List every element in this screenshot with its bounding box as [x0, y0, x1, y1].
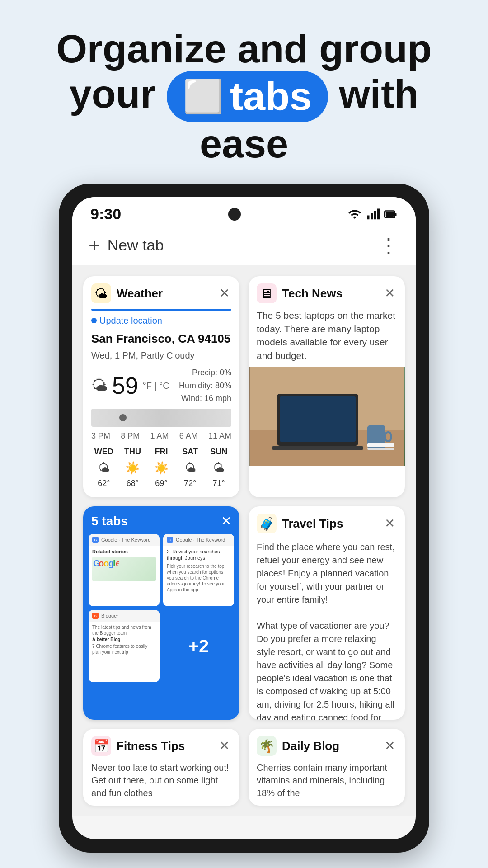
fitness-card-header: 📅 Fitness Tips ✕: [83, 729, 239, 761]
google-logo-mini: G o o g l e: [92, 557, 119, 570]
forecast-sat: SAT 🌤 72°: [178, 446, 203, 489]
tech-close-button[interactable]: ✕: [383, 285, 397, 302]
svg-rect-6: [386, 212, 394, 217]
travel-card-header: 🧳 Travel Tips ✕: [249, 506, 405, 539]
tabs-grid: 🌤 Weather ✕ Update location San Francisc…: [72, 265, 416, 816]
plus-count-tile[interactable]: +2: [163, 610, 234, 682]
forecast-row: WED 🌤 62° THU ☀️ 68° FRI ☀️: [91, 446, 231, 489]
tabs-group-close-button[interactable]: ✕: [221, 514, 231, 528]
weather-timeline: [91, 409, 231, 427]
timeline-marker: [119, 414, 127, 421]
svg-rect-2: [374, 211, 376, 219]
phone-screen: 9:30 + New tab ⋮: [72, 197, 416, 839]
svg-text:e: e: [116, 558, 119, 568]
update-location-label: Update location: [99, 314, 162, 327]
status-time: 9:30: [90, 205, 121, 223]
forecast-thu: THU ☀️ 68°: [120, 446, 145, 489]
battery-icon: [384, 208, 398, 221]
weather-title-area: 🌤 Weather: [91, 283, 163, 303]
overflow-menu-button[interactable]: ⋮: [379, 234, 399, 257]
mini-tab-1-header: G Google · The Keyword: [89, 534, 160, 546]
tech-card-header: 🖥 Tech News ✕: [249, 276, 405, 309]
weather-close-button[interactable]: ✕: [217, 285, 231, 302]
mini-tab-3-content: The latest tips and news from the Blogge…: [89, 622, 160, 658]
plus-icon: +: [89, 234, 100, 257]
time-4: 6 AM: [179, 430, 198, 442]
mini-tab-1-url: Google · The Keyword: [101, 537, 156, 542]
new-tab-button[interactable]: + New tab: [89, 234, 164, 257]
update-location[interactable]: Update location: [91, 314, 231, 327]
daily-blog-tab-card[interactable]: 🌴 Daily Blog ✕ Cherries contain many imp…: [249, 729, 405, 806]
weather-tab-card[interactable]: 🌤 Weather ✕ Update location San Francisc…: [83, 276, 239, 497]
blog-card-title: Daily Blog: [282, 739, 339, 753]
weather-times: 3 PM 8 PM 1 AM 6 AM 11 AM: [91, 430, 231, 442]
forecast-wed: WED 🌤 62°: [91, 446, 117, 489]
location-dot-icon: [91, 318, 97, 323]
hero-section: Organize and group your ⬜ tabs with ease: [0, 0, 488, 184]
time-2: 8 PM: [121, 430, 140, 442]
blog-icon: 🌴: [257, 736, 277, 756]
travel-tips-tab-card[interactable]: 🧳 Travel Tips ✕ Find the place where you…: [249, 506, 405, 720]
weather-card-content: Update location San Francisco, CA 94105 …: [83, 314, 239, 497]
tech-card-title: Tech News: [282, 287, 343, 301]
blog-card-text: Cherries contain many important vitamins…: [249, 761, 405, 806]
travel-card-text: Find the place where you can rest, refue…: [249, 539, 405, 720]
tabs-badge-label: tabs: [230, 75, 312, 118]
weather-icon: 🌤: [91, 283, 111, 303]
mini-tab-1[interactable]: G Google · The Keyword Related stories G…: [89, 534, 160, 606]
weather-wind: Wind: 16 mph: [179, 392, 231, 405]
tabs-group-grid: G Google · The Keyword Related stories G…: [83, 534, 239, 689]
weather-desc: Wed, 1 PM, Partly Cloudy: [91, 349, 231, 362]
status-icons: [348, 208, 398, 221]
weather-temp: 🌤 59 °F | °C: [91, 369, 169, 402]
svg-rect-3: [377, 208, 380, 219]
travel-card-title: Travel Tips: [282, 517, 343, 531]
phone-mockup: 9:30 + New tab ⋮: [59, 184, 429, 853]
travel-title-area: 🧳 Travel Tips: [257, 514, 343, 533]
signal-icon: [366, 208, 380, 221]
wifi-icon: [348, 208, 361, 221]
mini-tab-1-content: Related stories G o o g l: [89, 546, 160, 584]
status-bar: 9:30: [72, 197, 416, 227]
weather-temp-row: 🌤 59 °F | °C Precip: 0% Humidity: 80% Wi…: [91, 366, 231, 405]
tabs-group-header: 5 tabs ✕: [83, 506, 239, 534]
fitness-close-button[interactable]: ✕: [217, 738, 231, 754]
svg-text:l: l: [113, 558, 116, 568]
tech-card-text: The 5 best laptops on the market today. …: [249, 309, 405, 367]
weather-card-header: 🌤 Weather ✕: [83, 276, 239, 309]
svg-rect-5: [395, 213, 397, 216]
fitness-card-text: Never too late to start working out! Get…: [83, 761, 239, 806]
travel-close-button[interactable]: ✕: [383, 515, 397, 532]
mini-tab-2-favicon: G: [167, 537, 173, 543]
blog-close-button[interactable]: ✕: [383, 738, 397, 754]
tabs-group-card[interactable]: 5 tabs ✕ G Google · The Keyword Related …: [83, 506, 239, 720]
tech-news-tab-card[interactable]: 🖥 Tech News ✕ The 5 best laptops on the …: [249, 276, 405, 497]
tech-title-area: 🖥 Tech News: [257, 283, 343, 303]
hero-line2-prefix: your: [70, 71, 156, 116]
chrome-bar: + New tab ⋮: [72, 227, 416, 265]
fitness-card-title: Fitness Tips: [117, 739, 185, 753]
time-3: 1 AM: [150, 430, 169, 442]
phone-wrapper: 9:30 + New tab ⋮: [0, 184, 488, 868]
tab-badge-icon: ⬜: [183, 79, 224, 114]
blog-card-header: 🌴 Daily Blog ✕: [249, 729, 405, 761]
tech-icon: 🖥: [257, 283, 277, 303]
weather-details: Precip: 0% Humidity: 80% Wind: 16 mph: [179, 366, 231, 405]
weather-card-title: Weather: [117, 287, 163, 301]
svg-rect-11: [272, 446, 363, 450]
mini-tab-3-url: Blogger: [101, 613, 156, 618]
svg-rect-15: [367, 448, 394, 450]
new-tab-label: New tab: [108, 236, 164, 254]
mini-tab-3-header: B Blogger: [89, 610, 160, 622]
svg-rect-10: [280, 396, 356, 442]
mini-tab-2[interactable]: G Google · The Keyword 2. Revisit your s…: [163, 534, 234, 606]
time-5: 11 AM: [208, 430, 231, 442]
mini-tab-3-favicon: B: [92, 613, 99, 619]
mini-tab-3[interactable]: B Blogger The latest tips and news from …: [89, 610, 160, 682]
mini-tab-1-favicon: G: [92, 537, 99, 543]
weather-unit: °F | °C: [143, 379, 169, 392]
tech-card-image: [249, 367, 405, 466]
svg-rect-14: [367, 443, 394, 447]
fitness-tips-tab-card[interactable]: 📅 Fitness Tips ✕ Never too late to start…: [83, 729, 239, 806]
blog-title-area: 🌴 Daily Blog: [257, 736, 339, 756]
